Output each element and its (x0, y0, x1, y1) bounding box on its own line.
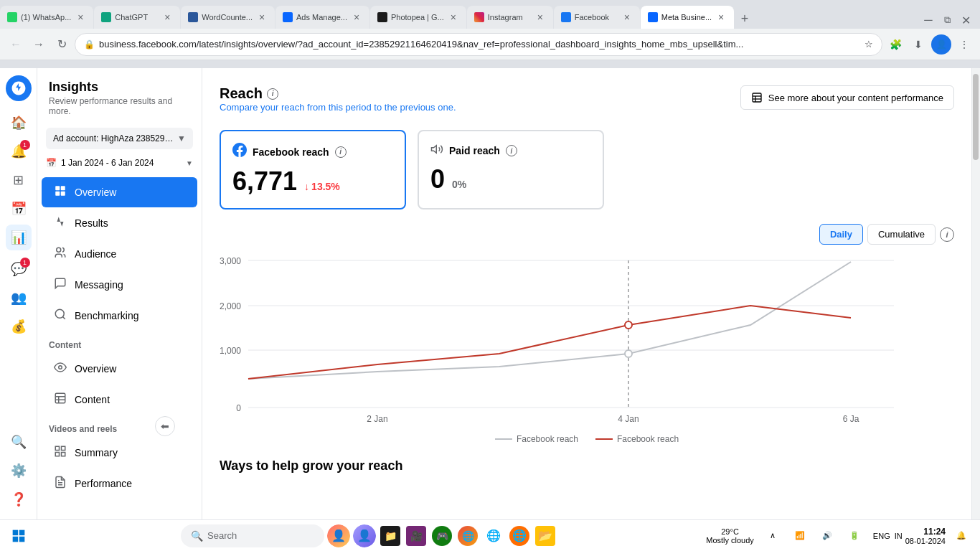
overview-icon (53, 184, 67, 200)
taskbar-app-xbox[interactable]: 🎮 (430, 524, 453, 547)
tray-volume[interactable]: 🔊 (814, 523, 840, 549)
sidebar-icon-search[interactable]: 🔍 (6, 429, 32, 455)
menu-button[interactable]: ⋮ (954, 34, 974, 55)
taskbar-app-web[interactable]: 🌐 (456, 524, 479, 547)
tab-whatsapp[interactable]: (1) WhatsAp... × (0, 6, 93, 29)
tab-photopea[interactable]: Photopea | G... × (370, 6, 466, 29)
nav-item-summary[interactable]: Summary (42, 438, 197, 468)
taskbar-search[interactable]: 🔍 Search (181, 524, 324, 547)
sidebar-icon-help[interactable]: ❓ (6, 486, 32, 512)
extensions-button[interactable]: 🧩 (885, 34, 905, 55)
notification-center[interactable]: 🔔 (948, 523, 974, 549)
scroll-thumb[interactable] (973, 74, 979, 160)
reach-cards: Facebook reach i 6,771 ↓ 13.5% Paid re (220, 130, 954, 209)
tray-battery[interactable]: 🔋 (842, 523, 867, 549)
start-button[interactable] (6, 523, 32, 549)
profile-button[interactable]: 👤 (931, 34, 951, 55)
tab-close-photopea[interactable]: × (448, 11, 459, 23)
taskbar-app-chrome2[interactable]: 🌐 (508, 524, 531, 547)
tab-close-whatsapp[interactable]: × (75, 11, 86, 23)
facebook-card-value-row: 6,771 ↓ 13.5% (232, 166, 393, 197)
tray-expand[interactable]: ∧ (760, 523, 786, 549)
sidebar-icon-dollar[interactable]: 💰 (6, 314, 32, 339)
taskbar-app-files2[interactable]: 📂 (534, 524, 557, 547)
nav-item-messaging[interactable]: Messaging (42, 270, 197, 300)
nav-item-benchmarking[interactable]: Benchmarking (42, 301, 197, 331)
tab-instagram[interactable]: Instagram × (467, 6, 553, 29)
chart-info-icon[interactable]: i (940, 227, 954, 242)
taskbar-app-avatar2[interactable]: 👤 (353, 524, 376, 547)
lock-icon: 🔒 (84, 39, 95, 50)
close-button[interactable]: ✕ (957, 11, 974, 29)
taskbar-app-chrome[interactable]: 🌐 (482, 524, 505, 547)
tab-metabusiness[interactable]: Meta Busine... × (641, 6, 734, 29)
date-dropdown-icon: ▼ (186, 159, 193, 167)
tab-close-instagram[interactable]: × (534, 11, 546, 23)
nav-item-content[interactable]: Content (42, 385, 197, 415)
reach-info-icon[interactable]: i (267, 88, 278, 100)
tab-chatgpt[interactable]: ChatGPT × (94, 6, 180, 29)
svg-rect-37 (19, 529, 25, 535)
daily-button[interactable]: Daily (819, 224, 863, 245)
nav-item-performance[interactable]: Performance (42, 468, 197, 499)
sidebar-icons: 🏠 🔔 1 ⊞ 📅 📊 💬 1 👥 💰 🔍 ⚙️ ❓ (0, 68, 37, 519)
minimize-button[interactable]: ─ (920, 11, 937, 29)
bookmark-icon[interactable]: ☆ (864, 39, 873, 50)
forward-button[interactable]: → (29, 34, 49, 55)
taskbar-left (0, 523, 32, 549)
collapse-nav-button[interactable]: ⬅ (155, 416, 175, 436)
svg-text:2,000: 2,000 (220, 301, 241, 311)
meta-logo[interactable] (6, 75, 32, 101)
taskbar-app-video[interactable]: 🎥 (405, 524, 428, 547)
windows-logo (11, 529, 26, 543)
facebook-reach-info-icon[interactable]: i (335, 146, 347, 158)
tab-close-chatgpt[interactable]: × (161, 11, 173, 23)
tab-close-ads[interactable]: × (351, 11, 362, 23)
nav-item-overview[interactable]: Overview (42, 177, 197, 207)
sidebar-icon-people[interactable]: 👥 (6, 285, 32, 311)
sidebar-icon-calendar[interactable]: 📅 (6, 196, 32, 222)
sidebar-icon-analytics[interactable]: 📊 (6, 225, 32, 250)
tab-adsmanager[interactable]: Ads Manage... × (275, 6, 369, 29)
tab-title-chatgpt: ChatGPT (115, 13, 158, 22)
nav-item-audience[interactable]: Audience (42, 239, 197, 269)
reload-button[interactable]: ↻ (52, 34, 72, 55)
right-scrollbar[interactable] (971, 68, 980, 519)
new-tab-button[interactable]: + (735, 9, 755, 29)
nav-item-content-overview[interactable]: Overview (42, 354, 197, 384)
address-bar[interactable]: 🔒 business.facebook.com/latest/insights/… (75, 33, 882, 56)
cumulative-button[interactable]: Cumulative (867, 224, 936, 245)
svg-text:1,000: 1,000 (220, 346, 241, 356)
tab-title-whatsapp: (1) WhatsAp... (21, 13, 71, 22)
taskbar-app-files[interactable]: 📁 (379, 524, 402, 547)
paid-reach-value: 0 (430, 164, 445, 194)
sidebar-icon-grid[interactable]: ⊞ (6, 167, 32, 193)
facebook-card-header: Facebook reach i (232, 143, 393, 161)
downloads-button[interactable]: ⬇ (908, 34, 928, 55)
back-button[interactable]: ← (6, 34, 26, 55)
tab-close-facebook[interactable]: × (621, 11, 633, 23)
nav-item-results[interactable]: Results (42, 208, 197, 238)
tray-network[interactable]: 📶 (787, 523, 813, 549)
taskbar-app-avatar1[interactable]: 👤 (327, 524, 350, 547)
tab-wordcounter[interactable]: WordCounte... × (181, 6, 275, 29)
restore-button[interactable]: ⧉ (938, 11, 956, 29)
paid-reach-info-icon[interactable]: i (506, 145, 517, 156)
sidebar-icon-home[interactable]: 🏠 (6, 110, 32, 136)
tab-close-meta[interactable]: × (715, 11, 727, 23)
tab-facebook[interactable]: Facebook × (554, 6, 640, 29)
sidebar-icon-messages[interactable]: 💬 1 (6, 256, 32, 282)
paid-reach-change: 0% (452, 179, 466, 190)
account-selector[interactable]: Ad account: HighAza 23852921164620419 ▼ (37, 122, 202, 155)
date-range-selector[interactable]: 📅 1 Jan 2024 - 6 Jan 2024 ▼ (37, 155, 202, 176)
megaphone-icon (430, 143, 443, 159)
see-more-button[interactable]: See more about your content performance (740, 85, 954, 110)
svg-text:4 Jan: 4 Jan (618, 414, 639, 424)
audience-icon (53, 246, 67, 262)
sidebar-icon-settings[interactable]: ⚙️ (6, 458, 32, 484)
address-text: business.facebook.com/latest/insights/ov… (99, 39, 860, 50)
tab-close-word[interactable]: × (256, 11, 268, 23)
legend-label-red: Facebook reach (617, 434, 679, 444)
system-tray: ∧ 📶 🔊 🔋 (760, 523, 867, 549)
sidebar-icon-notifications[interactable]: 🔔 1 (6, 138, 32, 164)
